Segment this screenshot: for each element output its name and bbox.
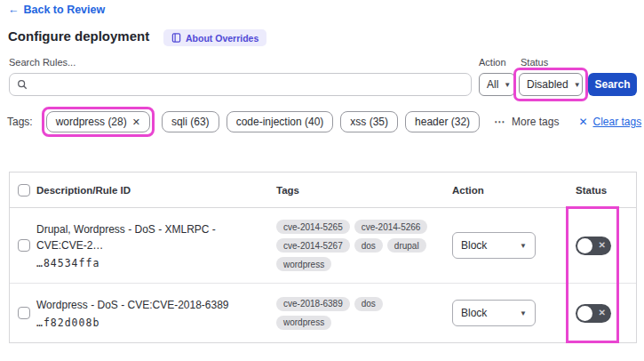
more-tags-button[interactable]: ⋯ More tags bbox=[494, 116, 559, 128]
status-cell: ✕ bbox=[567, 237, 636, 255]
tag-chip: cve-2014-5265 bbox=[276, 220, 350, 234]
tag-chip: cve-2014-5266 bbox=[354, 220, 428, 234]
caret-down-icon: ▼ bbox=[520, 309, 527, 317]
clear-tags-label: Clear tags bbox=[593, 116, 642, 128]
description-cell: Drupal, Wordpress - DoS - XMLRPC - CVE:C… bbox=[36, 221, 269, 269]
book-icon bbox=[171, 33, 181, 43]
tag-pill-label: xss (35) bbox=[350, 116, 388, 128]
toggle-off-icon: ✕ bbox=[599, 241, 606, 250]
column-header-description: Description/Rule ID bbox=[36, 185, 269, 196]
toggle-off-icon: ✕ bbox=[599, 309, 606, 317]
status-toggle[interactable]: ✕ bbox=[576, 237, 611, 255]
column-header-action: Action bbox=[445, 185, 567, 196]
search-button[interactable]: Search bbox=[588, 73, 637, 96]
remove-tag-icon[interactable]: ✕ bbox=[132, 116, 140, 128]
caret-down-icon: ▼ bbox=[520, 242, 527, 250]
clear-tags-link[interactable]: ✕ Clear tags bbox=[578, 116, 641, 128]
status-label: Status bbox=[521, 57, 548, 68]
tag-chip: wordpress bbox=[276, 316, 331, 330]
search-input[interactable] bbox=[33, 78, 464, 91]
tag-filter-pill[interactable]: header (32) bbox=[405, 111, 480, 132]
rule-description: Drupal, Wordpress - DoS - XMLRPC - CVE:C… bbox=[36, 221, 262, 253]
table-header-row: Description/Rule ID Tags Action Status bbox=[10, 172, 636, 208]
tags-bar: Tags: wordpress (28)✕sqli (63)code-injec… bbox=[7, 105, 641, 139]
search-icon bbox=[17, 79, 28, 90]
tag-pill-label: sqli (63) bbox=[171, 116, 210, 128]
tag-filter-pill[interactable]: sqli (63) bbox=[162, 111, 219, 132]
select-all-checkbox[interactable] bbox=[18, 184, 30, 197]
tag-pill-highlight: wordpress (28)✕ bbox=[42, 107, 155, 137]
search-rules-label: Search Rules... bbox=[9, 57, 76, 68]
tag-chip: dos bbox=[354, 238, 383, 253]
table-body: Drupal, Wordpress - DoS - XMLRPC - CVE:C… bbox=[10, 208, 636, 342]
description-cell: Wordpress - DoS - CVE:CVE-2018-6389 …f82… bbox=[36, 297, 269, 329]
back-link-label: Back to Review bbox=[24, 4, 106, 16]
rule-description: Wordpress - DoS - CVE:CVE-2018-6389 bbox=[36, 297, 262, 313]
rule-tags: cve-2018-6389doswordpress bbox=[269, 297, 445, 330]
column-header-status: Status bbox=[567, 185, 636, 196]
rules-table: Description/Rule ID Tags Action Status D… bbox=[9, 172, 637, 343]
status-toggle[interactable]: ✕ bbox=[576, 304, 611, 323]
more-tags-label: More tags bbox=[512, 116, 559, 128]
action-cell: Block ▼ bbox=[445, 232, 567, 259]
caret-down-icon: ▼ bbox=[504, 81, 511, 89]
table-row: Wordpress - DoS - CVE:CVE-2018-6389 …f82… bbox=[10, 284, 636, 342]
action-select[interactable]: Block ▼ bbox=[452, 300, 536, 326]
status-filter-highlight: Disabled ▼ bbox=[513, 68, 588, 101]
status-filter-value: Disabled bbox=[527, 78, 568, 91]
action-filter-value: All bbox=[487, 78, 498, 91]
rule-id: …84534ffa bbox=[36, 257, 262, 269]
status-filter-select[interactable]: Disabled ▼ bbox=[519, 73, 583, 96]
ellipsis-icon: ⋯ bbox=[494, 116, 505, 128]
toggle-knob bbox=[577, 238, 592, 253]
clear-x-icon: ✕ bbox=[578, 116, 587, 128]
tag-filter-pill[interactable]: xss (35) bbox=[340, 111, 398, 132]
row-checkbox[interactable] bbox=[18, 307, 30, 319]
caret-down-icon: ▼ bbox=[574, 81, 581, 89]
tag-chip: drupal bbox=[387, 238, 426, 253]
tag-filter-pill[interactable]: wordpress (28)✕ bbox=[46, 111, 150, 132]
tag-pill-label: header (32) bbox=[415, 116, 470, 128]
action-select-value: Block bbox=[461, 239, 487, 252]
tag-chip: dos bbox=[354, 297, 383, 311]
tag-chip: wordpress bbox=[276, 257, 331, 271]
tag-chip: cve-2014-5267 bbox=[276, 238, 350, 253]
table-row: Drupal, Wordpress - DoS - XMLRPC - CVE:C… bbox=[10, 208, 636, 284]
column-header-tags: Tags bbox=[269, 185, 445, 196]
action-select[interactable]: Block ▼ bbox=[452, 232, 536, 259]
back-to-review-link[interactable]: ← Back to Review bbox=[8, 4, 105, 16]
configure-deployment-page: ← Back to Review Configure deployment Ab… bbox=[0, 0, 644, 361]
status-cell: ✕ bbox=[567, 304, 636, 323]
tag-pill-list: wordpress (28)✕sqli (63)code-injection (… bbox=[42, 107, 480, 137]
action-filter-select[interactable]: All ▼ bbox=[479, 73, 515, 96]
tag-chip: cve-2018-6389 bbox=[276, 297, 350, 311]
about-overrides-badge[interactable]: About Overrides bbox=[163, 29, 266, 46]
tag-filter-pill[interactable]: code-injection (40) bbox=[227, 111, 334, 132]
rule-tags: cve-2014-5265cve-2014-5266cve-2014-5267d… bbox=[269, 220, 445, 271]
back-arrow-icon: ← bbox=[8, 4, 20, 16]
about-badge-label: About Overrides bbox=[186, 33, 258, 44]
toggle-knob bbox=[577, 306, 592, 321]
tag-pill-label: code-injection (40) bbox=[236, 116, 324, 128]
search-input-box[interactable] bbox=[9, 73, 472, 96]
tag-pill-label: wordpress (28) bbox=[56, 116, 127, 128]
tags-bar-label: Tags: bbox=[7, 116, 33, 128]
row-checkbox[interactable] bbox=[18, 239, 30, 252]
action-label: Action bbox=[479, 57, 506, 68]
action-select-value: Block bbox=[461, 307, 487, 319]
action-cell: Block ▼ bbox=[445, 300, 567, 326]
page-title: Configure deployment bbox=[8, 28, 149, 44]
rule-id: …f82d008b bbox=[36, 317, 262, 329]
